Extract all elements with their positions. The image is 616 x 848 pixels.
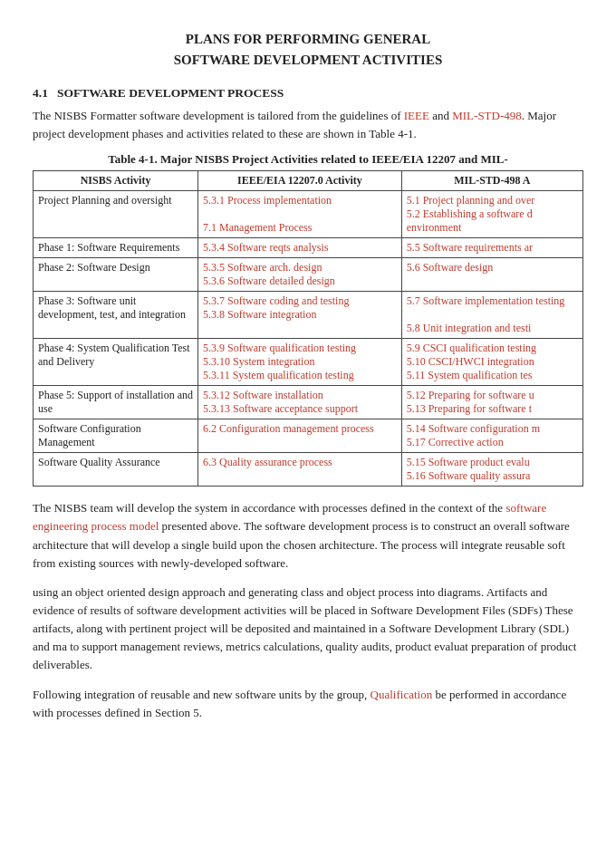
intro-paragraph: The NISBS Formatter software development… — [33, 107, 583, 143]
table-row: Project Planning and oversight 5.3.1 Pro… — [34, 191, 583, 238]
mil-activity: 5.7 Software implementation testing5.8 U… — [401, 292, 582, 339]
table-row: Phase 4: System Qualification Test and D… — [34, 339, 583, 386]
nisbs-activity: Phase 1: Software Requirements — [34, 238, 198, 258]
mil-activity: 5.15 Software product evalu5.16 Software… — [401, 453, 582, 487]
col-header-mil: MIL-STD-498 A — [401, 171, 582, 191]
col-header-ieee: IEEE/EIA 12207.0 Activity — [198, 171, 402, 191]
nisbs-activity: Software Quality Assurance — [34, 453, 198, 487]
body-paragraph-1: The NISBS team will develop the system i… — [33, 499, 583, 573]
section-heading: 4.1 SOFTWARE DEVELOPMENT PROCESS — [33, 86, 583, 101]
ieee-activity: 6.2 Configuration management process — [198, 419, 402, 453]
mil-activity: 5.6 Software design — [401, 258, 582, 292]
nisbs-activity: Phase 3: Software unit development, test… — [34, 292, 198, 339]
ieee-activity: 5.3.5 Software arch. design5.3.6 Softwar… — [198, 258, 402, 292]
nisbs-activity: Software Configuration Management — [34, 419, 198, 453]
nisbs-activity: Phase 2: Software Design — [34, 258, 198, 292]
table-row: Software Quality Assurance 6.3 Quality a… — [34, 453, 583, 487]
page-title: PLANS FOR PERFORMING GENERAL SOFTWARE DE… — [33, 29, 583, 70]
table-row: Phase 5: Support of installation and use… — [34, 386, 583, 419]
ieee-activity: 5.3.9 Software qualification testing5.3.… — [198, 339, 402, 386]
nisbs-activity: Phase 4: System Qualification Test and D… — [34, 339, 198, 386]
mil-activity: 5.5 Software requirements ar — [401, 238, 582, 258]
table-row: Phase 1: Software Requirements 5.3.4 Sof… — [34, 238, 583, 258]
mil-activity: 5.1 Project planning and over5.2 Establi… — [401, 191, 582, 238]
table-caption: Table 4-1. Major NISBS Project Activitie… — [33, 152, 583, 167]
body-paragraph-2: using an object oriented design approach… — [33, 583, 583, 675]
ieee-activity: 5.3.4 Software reqts analysis — [198, 238, 402, 258]
nisbs-activity: Project Planning and oversight — [34, 191, 198, 238]
ieee-activity: 6.3 Quality assurance process — [198, 453, 402, 487]
mil-activity: 5.9 CSCI qualification testing5.10 CSCI/… — [401, 339, 582, 386]
document-page: PLANS FOR PERFORMING GENERAL SOFTWARE DE… — [0, 0, 616, 848]
ieee-activity: 5.3.1 Process implementation7.1 Manageme… — [198, 191, 402, 238]
mil-activity: 5.12 Preparing for software u5.13 Prepar… — [401, 386, 582, 419]
table-row: Phase 3: Software unit development, test… — [34, 292, 583, 339]
ieee-activity: 5.3.12 Software installation5.3.13 Softw… — [198, 386, 402, 419]
table-row: Phase 2: Software Design 5.3.5 Software … — [34, 258, 583, 292]
activities-table: NISBS Activity IEEE/EIA 12207.0 Activity… — [33, 170, 583, 487]
table-row: Software Configuration Management 6.2 Co… — [34, 419, 583, 453]
nisbs-activity: Phase 5: Support of installation and use — [34, 386, 198, 419]
body-paragraph-3: Following integration of reusable and ne… — [33, 686, 583, 722]
col-header-nisbs: NISBS Activity — [34, 171, 198, 191]
mil-activity: 5.14 Software configuration m5.17 Correc… — [401, 419, 582, 453]
ieee-activity: 5.3.7 Software coding and testing5.3.8 S… — [198, 292, 402, 339]
